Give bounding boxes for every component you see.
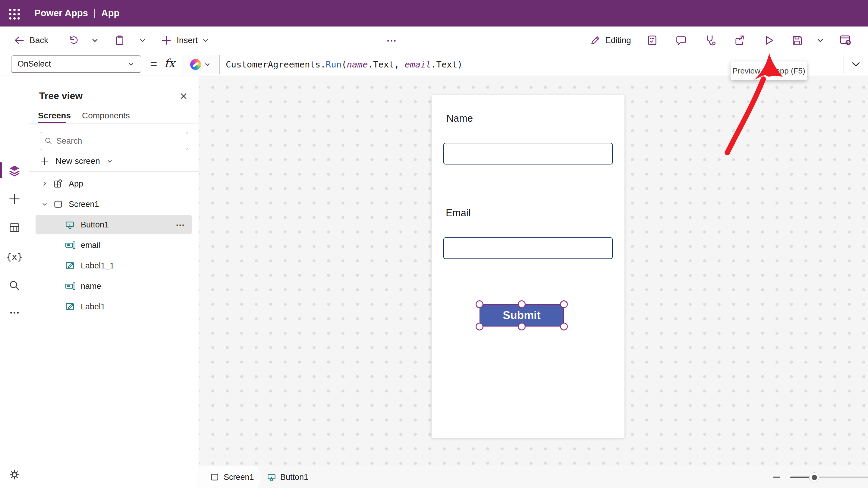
tree-item-app[interactable]: App: [29, 173, 199, 194]
title-divider: |: [93, 8, 96, 19]
rail-data-button[interactable]: [0, 217, 29, 238]
formula-expand-chevron[interactable]: [850, 59, 862, 70]
tree-search-input[interactable]: [56, 136, 171, 146]
tree-item-label1[interactable]: Label1: [29, 296, 199, 317]
email-text-input[interactable]: [443, 237, 613, 259]
document-title[interactable]: App: [101, 8, 119, 19]
rail-insert-button[interactable]: [0, 188, 29, 210]
rail-more-button[interactable]: [0, 302, 29, 324]
design-canvas[interactable]: Name Email Submit Screen1: [199, 76, 868, 488]
plus-icon: [40, 156, 50, 166]
tree-item-more-button[interactable]: ⋯: [176, 220, 186, 230]
formula-token: (: [341, 59, 347, 70]
selection-handle-bottom-right[interactable]: [560, 323, 568, 330]
zoom-out-button[interactable]: [772, 466, 782, 488]
data-table-icon: [8, 222, 21, 234]
breadcrumb-button1[interactable]: Button1: [267, 466, 308, 488]
more-dots-icon: [8, 307, 21, 319]
equals-sign: =: [151, 58, 157, 70]
settings-gear-icon: [8, 468, 21, 481]
selection-handle-top-center[interactable]: [518, 300, 526, 308]
back-label: Back: [30, 36, 48, 45]
undo-button[interactable]: [67, 27, 79, 54]
rail-settings-button[interactable]: [0, 464, 29, 486]
breadcrumb-screen1[interactable]: Screen1: [199, 466, 262, 488]
tree-item-label: email: [81, 241, 100, 250]
tree-view-icon: [8, 164, 21, 177]
insert-button[interactable]: Insert: [161, 27, 210, 54]
top-app-bar: Power Apps | App: [0, 0, 868, 27]
insert-label: Insert: [177, 36, 198, 45]
copilot-icon: [190, 59, 201, 70]
tree-expand-chevron[interactable]: [38, 180, 51, 187]
variables-icon: {x}: [6, 252, 23, 262]
new-screen-chevron-icon: [106, 158, 113, 165]
panel-divider: [29, 124, 199, 124]
save-icon: [791, 34, 804, 47]
tree-item-label1_1[interactable]: Label1_1: [29, 255, 199, 276]
tree-item-label: name: [81, 282, 101, 291]
property-chevron-icon: [127, 60, 135, 68]
app-icon: [51, 178, 65, 189]
zoom-slider[interactable]: [790, 477, 868, 478]
pencil-icon: [590, 35, 601, 46]
tree-view-close-button[interactable]: [179, 92, 188, 102]
undo-menu-chevron[interactable]: [90, 27, 99, 54]
tree-search-box[interactable]: [40, 132, 188, 150]
tree-item-label: Button1: [81, 220, 109, 230]
status-bar: Screen1 Button1: [199, 466, 868, 488]
new-screen-button[interactable]: New screen: [40, 153, 113, 169]
powerapps-studio: Power Apps | App Back: [0, 0, 868, 488]
tree-item-label: Label1: [81, 302, 105, 312]
selected-row-highlight: [36, 215, 192, 234]
preview-tooltip: Preview the app (F5): [731, 61, 807, 80]
name-field-label[interactable]: Name: [446, 113, 473, 124]
waffle-menu-icon[interactable]: [8, 7, 20, 20]
rail-variables-button[interactable]: {x}: [0, 246, 29, 267]
search-icon: [8, 280, 21, 292]
tab-screens[interactable]: Screens: [38, 111, 71, 121]
monitor-button[interactable]: [704, 27, 717, 54]
back-button[interactable]: Back: [13, 27, 48, 54]
tab-components[interactable]: Components: [82, 111, 130, 121]
comments-button[interactable]: [675, 27, 687, 54]
app-checker-icon: [646, 34, 658, 46]
paste-button[interactable]: [114, 27, 125, 54]
editing-mode-button[interactable]: Editing: [590, 27, 631, 54]
rail-tree-view-button[interactable]: [0, 160, 29, 181]
product-name: Power Apps: [34, 8, 88, 19]
undo-icon: [67, 35, 79, 46]
share-icon: [734, 34, 746, 46]
textinput-icon: [63, 281, 77, 291]
selection-handle-bottom-center[interactable]: [518, 323, 526, 330]
screen1-artboard[interactable]: Name Email Submit: [432, 95, 624, 438]
paste-menu-chevron[interactable]: [138, 27, 147, 54]
tree-item-button1[interactable]: Button1⋯: [29, 215, 199, 235]
name-text-input[interactable]: [443, 143, 613, 164]
back-arrow-icon: [13, 34, 25, 46]
tree-item-screen1[interactable]: Screen1: [29, 194, 199, 215]
app-checker-button[interactable]: [646, 27, 658, 54]
copilot-button[interactable]: [182, 55, 219, 74]
tree-item-email[interactable]: email: [29, 235, 199, 255]
save-button[interactable]: [791, 27, 804, 54]
property-selector-dropdown[interactable]: OnSelect: [11, 56, 141, 73]
zoom-slider-thumb[interactable]: [809, 473, 819, 482]
formula-token: .Text): [431, 59, 463, 70]
close-icon: [179, 92, 188, 101]
selection-handle-top-left[interactable]: [475, 300, 484, 308]
preview-app-button[interactable]: [763, 27, 775, 54]
rail-search-button[interactable]: [0, 275, 29, 296]
tree-item-label: Label1_1: [81, 261, 114, 270]
selection-handle-top-right[interactable]: [560, 300, 568, 308]
toolbar-overflow-button[interactable]: ⋯: [386, 27, 398, 54]
formula-token: CustomerAgreements.: [226, 59, 326, 70]
tree-item-name[interactable]: name: [29, 276, 199, 296]
share-button[interactable]: [734, 27, 746, 54]
tree-expand-chevron[interactable]: [38, 201, 51, 208]
stethoscope-icon: [704, 34, 717, 47]
selection-handle-bottom-left[interactable]: [475, 323, 484, 330]
email-field-label[interactable]: Email: [446, 207, 471, 219]
save-menu-chevron[interactable]: [815, 27, 825, 54]
publish-button[interactable]: [838, 27, 852, 54]
